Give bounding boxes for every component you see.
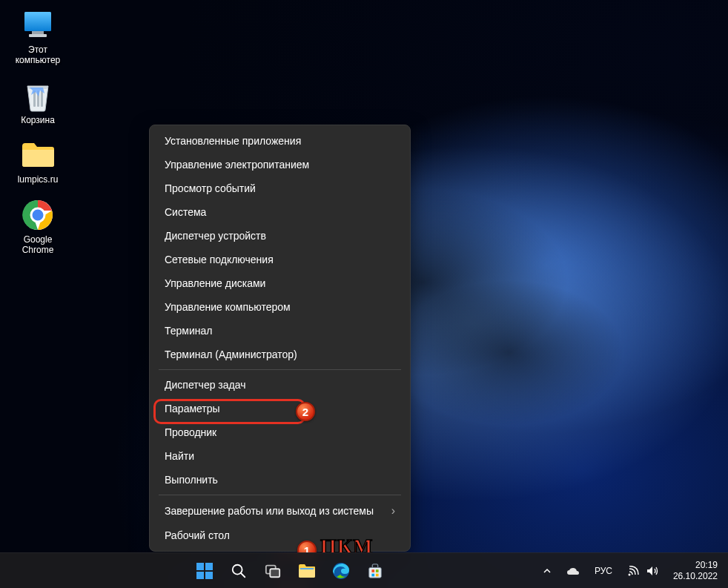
taskbar-right: РУС 20:19 26.10.2022 [538, 553, 722, 588]
folder-icon [298, 563, 316, 579]
file-explorer-button[interactable] [292, 556, 322, 586]
desktop-icon-chrome[interactable]: GoogleChrome [7, 197, 68, 256]
search-button[interactable] [224, 556, 254, 586]
desktop-icon-recycle-bin[interactable]: Корзина [7, 78, 68, 125]
context-menu-item[interactable]: Управление электропитанием [150, 153, 410, 176]
windows-icon [196, 562, 214, 580]
context-menu-item[interactable]: Выполнить [150, 468, 410, 492]
winx-context-menu: Установленные приложенияУправление элект… [149, 125, 411, 552]
svg-rect-24 [371, 573, 374, 576]
task-view-button[interactable] [258, 556, 288, 586]
search-icon [231, 563, 247, 579]
context-menu-item[interactable]: Проводник [150, 420, 410, 444]
context-menu-item[interactable]: Найти [150, 444, 410, 468]
svg-rect-18 [299, 569, 315, 578]
context-menu-item[interactable]: Завершение работы или выход из системы [150, 498, 410, 523]
context-menu-item[interactable]: Управление компьютером [150, 295, 410, 319]
taskbar-center [190, 556, 390, 586]
tray-network-sound-battery[interactable] [623, 566, 663, 576]
svg-point-26 [628, 573, 630, 575]
tray-overflow[interactable] [538, 566, 556, 575]
context-menu-item[interactable]: Рабочий стол [150, 523, 410, 547]
folder-icon [20, 137, 56, 173]
desktop-area[interactable]: Этоткомпьютер Корзина lumpics.ru [7, 7, 68, 267]
context-menu-item[interactable]: Параметры [150, 397, 410, 420]
edge-button[interactable] [326, 556, 356, 586]
chevron-up-icon [543, 566, 552, 575]
svg-rect-13 [205, 572, 213, 579]
svg-line-15 [241, 572, 245, 577]
svg-rect-10 [196, 563, 204, 570]
context-menu-item[interactable]: Установленные приложения [150, 129, 410, 153]
edge-icon [332, 562, 350, 580]
context-menu-item[interactable]: Управление дисками [150, 271, 410, 295]
svg-rect-21 [369, 567, 382, 578]
svg-rect-17 [270, 569, 279, 577]
taskbar: РУС 20:19 26.10.2022 [0, 552, 728, 588]
start-button[interactable] [190, 556, 219, 586]
desktop-icon-label: lumpics.ru [18, 174, 59, 185]
desktop-icon-label: Этоткомпьютер [16, 44, 61, 66]
tray-clock[interactable]: 20:19 26.10.2022 [669, 560, 722, 582]
context-menu-item[interactable]: Просмотр событий [150, 176, 410, 200]
svg-rect-6 [41, 90, 43, 107]
context-menu-item[interactable]: Система [150, 200, 410, 224]
volume-icon [646, 566, 658, 576]
svg-rect-12 [196, 572, 204, 579]
store-button[interactable] [360, 556, 390, 586]
context-menu-item[interactable]: Диспетчер устройств [150, 224, 410, 248]
svg-rect-2 [32, 31, 44, 34]
context-menu-item[interactable]: Сетевые подключения [150, 248, 410, 271]
desktop-icon-label: Корзина [21, 115, 55, 125]
network-icon [627, 566, 639, 576]
context-menu-item[interactable]: Терминал [150, 319, 410, 343]
clock-time: 20:19 [673, 560, 718, 571]
svg-rect-22 [371, 569, 374, 572]
desktop-icon-label: GoogleChrome [22, 234, 54, 256]
tray-language[interactable]: РУС [590, 566, 617, 576]
svg-rect-1 [24, 12, 51, 31]
context-menu-item[interactable]: Терминал (Администратор) [150, 343, 410, 366]
clock-date: 26.10.2022 [673, 571, 718, 582]
trash-icon [20, 78, 56, 113]
store-icon [367, 563, 383, 579]
svg-rect-23 [376, 569, 379, 572]
context-menu-item[interactable]: Диспетчер задач [150, 373, 410, 397]
monitor-icon [20, 7, 56, 43]
desktop-icon-lumpics-folder[interactable]: lumpics.ru [7, 137, 68, 185]
cloud-icon [566, 566, 580, 575]
task-view-icon [265, 563, 281, 579]
context-menu-separator [159, 369, 401, 370]
language-indicator: РУС [595, 566, 612, 576]
svg-rect-11 [205, 563, 213, 570]
svg-rect-25 [376, 573, 379, 576]
desktop-icon-this-pc[interactable]: Этоткомпьютер [7, 7, 68, 66]
tray-onedrive[interactable] [562, 566, 584, 575]
chrome-icon [20, 197, 56, 233]
svg-rect-3 [29, 34, 47, 37]
context-menu-separator [159, 495, 401, 495]
svg-rect-19 [300, 568, 314, 569]
